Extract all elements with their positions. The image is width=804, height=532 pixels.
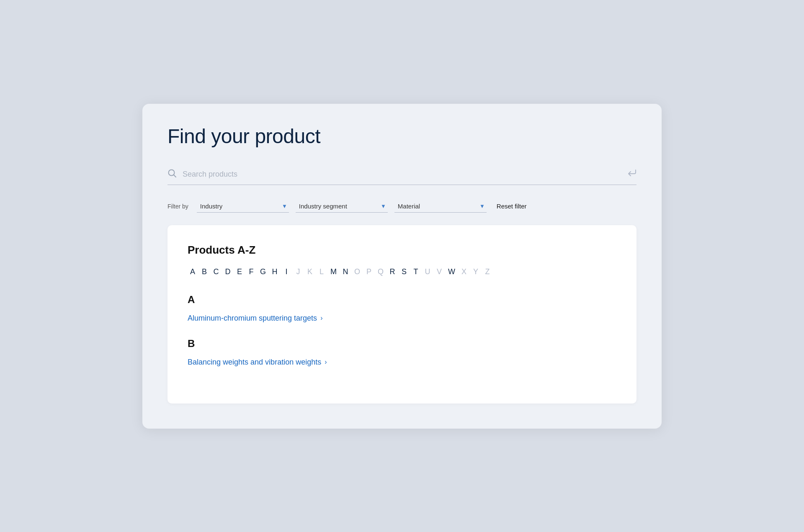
alpha-letter-g[interactable]: G [258,267,268,277]
svg-line-1 [174,175,176,177]
alpha-letter-c[interactable]: C [211,267,221,277]
alpha-letter-l: L [317,267,327,277]
product-link-aluminum-text: Aluminum-chromium sputtering targets [188,314,317,323]
section-letter-b: B [188,338,616,350]
material-filter[interactable]: Material ▼ [394,200,487,213]
product-link-aluminum[interactable]: Aluminum-chromium sputtering targets › [188,314,616,323]
alpha-letter-a[interactable]: A [188,267,198,277]
alpha-letter-s[interactable]: S [399,267,409,277]
industry-chevron-icon: ▼ [282,203,287,209]
alpha-letter-n[interactable]: N [340,267,350,277]
page-title: Find your product [168,125,636,148]
alpha-letter-q: Q [376,267,386,277]
alpha-letter-h[interactable]: H [270,267,280,277]
product-card: Products A-Z ABCDEFGHIJKLMNOPQRSTUVWXYZ … [168,225,636,403]
industry-filter[interactable]: Industry ▼ [197,200,289,213]
reset-filter-button[interactable]: Reset filter [497,203,527,210]
alpha-letter-p: P [364,267,374,277]
filter-row: Filter by Industry ▼ Industry segment ▼ … [168,200,636,213]
material-chevron-icon: ▼ [479,203,485,209]
alpha-letter-f[interactable]: F [246,267,256,277]
alpha-letter-x: X [459,267,469,277]
industry-filter-label: Industry [200,203,222,210]
alpha-letter-k: K [305,267,315,277]
search-input[interactable] [183,170,621,179]
search-icon [168,169,177,180]
products-az-title: Products A-Z [188,244,616,257]
alpha-letter-v: V [434,267,444,277]
product-link-balancing-text: Balancing weights and vibration weights [188,358,321,367]
alpha-letter-b[interactable]: B [199,267,209,277]
alpha-letter-m[interactable]: M [328,267,339,277]
alpha-letter-t[interactable]: T [411,267,421,277]
alpha-letter-o: O [352,267,362,277]
alpha-letter-r[interactable]: R [387,267,397,277]
industry-segment-chevron-icon: ▼ [381,203,386,209]
industry-segment-filter[interactable]: Industry segment ▼ [296,200,388,213]
page-wrapper: Find your product Filter by Industry ▼ I… [142,104,662,429]
enter-icon [627,170,636,179]
alpha-letter-e[interactable]: E [234,267,245,277]
product-link-balancing-chevron-icon: › [325,358,327,366]
alpha-letter-i[interactable]: I [281,267,291,277]
alpha-letter-y: Y [471,267,481,277]
material-filter-label: Material [398,203,420,210]
section-letter-a: A [188,294,616,306]
alpha-letter-u: U [423,267,433,277]
filter-by-label: Filter by [168,203,188,210]
alpha-letter-d[interactable]: D [223,267,233,277]
search-bar [168,169,636,185]
product-link-aluminum-chevron-icon: › [320,314,322,322]
alphabet-row: ABCDEFGHIJKLMNOPQRSTUVWXYZ [188,267,616,277]
alpha-letter-z: Z [482,267,492,277]
product-link-balancing[interactable]: Balancing weights and vibration weights … [188,358,616,367]
industry-segment-filter-label: Industry segment [299,203,347,210]
alpha-letter-w[interactable]: W [446,267,457,277]
alpha-letter-j: J [293,267,303,277]
